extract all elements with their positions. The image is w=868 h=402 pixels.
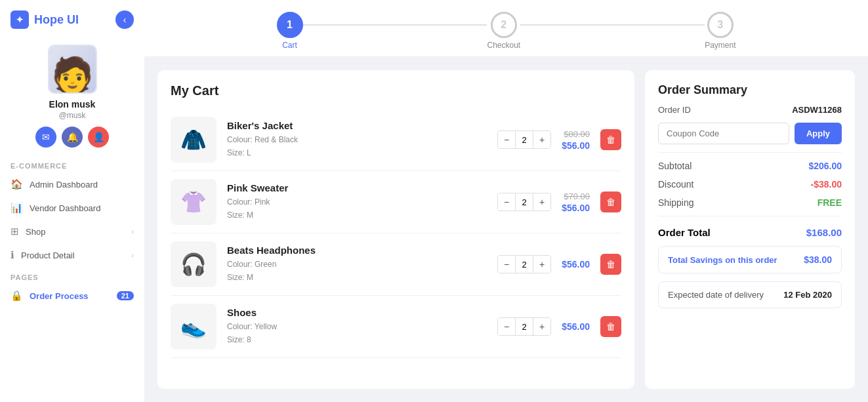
profile-button[interactable]: 👤 [88, 127, 109, 148]
delete-button-bikers-jacket[interactable]: 🗑 [600, 129, 621, 150]
item-meta: Colour: GreenSize: M [227, 258, 487, 283]
cart-title: My Cart [171, 83, 621, 98]
avatar: 🧑 [48, 45, 97, 94]
qty-increase-button[interactable]: + [533, 318, 550, 335]
order-total-label: Order Total [658, 227, 711, 238]
cart-item-beats-headphones: 🎧 Beats Headphones Colour: GreenSize: M … [171, 233, 621, 296]
qty-decrease-button[interactable]: − [498, 193, 515, 211]
item-prices-beats-headphones: $56.00 [562, 259, 590, 270]
item-qty-shoes: − + [497, 317, 551, 336]
steps-container: 1 Cart 2 Checkout 3 Payment [277, 12, 736, 50]
item-qty-pink-sweater: − + [497, 193, 551, 211]
step-circle-checkout[interactable]: 2 [491, 12, 517, 38]
order-summary-title: Order Summary [658, 83, 842, 97]
item-image-bikers-jacket: 🧥 [171, 117, 217, 163]
qty-decrease-button[interactable]: − [498, 318, 515, 335]
qty-input[interactable] [515, 131, 533, 148]
item-info-shoes: Shoes Colour: YellowSize: 8 [227, 307, 487, 346]
divider-1 [658, 152, 842, 153]
notification-button[interactable]: 🔔 [62, 127, 83, 148]
order-total-row: Order Total $168.00 [658, 224, 842, 238]
item-qty-beats-headphones: − + [497, 255, 551, 273]
back-button[interactable]: ‹ [115, 10, 134, 29]
item-prices-pink-sweater: $70.00 $56.00 [562, 191, 590, 213]
cart-item-pink-sweater: 👚 Pink Sweater Colour: PinkSize: M − + $… [171, 171, 621, 233]
savings-box: Total Savings on this order $38.00 [658, 246, 842, 273]
step-payment: 3 Payment [705, 12, 735, 50]
app-title: Hope UI [34, 13, 79, 27]
step-circle-cart[interactable]: 1 [277, 12, 303, 38]
delete-button-beats-headphones[interactable]: 🗑 [600, 254, 621, 275]
shipping-value: FREE [817, 197, 842, 208]
sidebar-item-label: Shop [26, 227, 45, 237]
qty-increase-button[interactable]: + [533, 131, 550, 148]
discount-row: Discount -$38.00 [658, 179, 842, 190]
step-circle-payment[interactable]: 3 [707, 12, 734, 38]
item-meta: Colour: YellowSize: 8 [227, 321, 487, 346]
sidebar-item-label: Order Process [30, 291, 89, 301]
coupon-input[interactable] [658, 123, 789, 144]
item-qty-bikers-jacket: − + [497, 131, 551, 149]
item-image-shoes: 👟 [171, 304, 217, 350]
sidebar-item-label: Vendor Dashboard [30, 203, 100, 213]
order-id-row: Order ID ASDW11268 [658, 105, 842, 115]
sidebar-header: ✦ Hope UI ‹ [0, 10, 144, 37]
order-total-value: $168.00 [806, 227, 842, 238]
sidebar-item-label: Product Detail [21, 251, 75, 260]
pages-section-label: PAGES [0, 267, 144, 284]
sidebar-item-product-detail[interactable]: ℹ Product Detail › [0, 243, 144, 267]
item-image-beats-headphones: 🎧 [171, 241, 217, 287]
qty-input[interactable] [515, 256, 533, 273]
subtotal-label: Subtotal [658, 161, 692, 171]
delete-button-shoes[interactable]: 🗑 [600, 316, 621, 337]
qty-increase-button[interactable]: + [533, 193, 550, 211]
sidebar: ✦ Hope UI ‹ 🧑 Elon musk @musk ✉ 🔔 👤 E-CO… [0, 0, 144, 402]
user-actions: ✉ 🔔 👤 [35, 127, 109, 148]
item-prices-bikers-jacket: $80.00 $56.00 [562, 129, 590, 151]
cart-item-shoes: 👟 Shoes Colour: YellowSize: 8 − + $56.00… [171, 296, 621, 358]
user-name: Elon musk [49, 99, 96, 110]
step-line-2 [520, 24, 705, 26]
content-area: My Cart 🧥 Biker's Jacket Colour: Red & B… [144, 57, 868, 402]
avatar-image: 🧑 [49, 46, 96, 92]
step-label-checkout: Checkout [487, 41, 520, 50]
message-button[interactable]: ✉ [35, 127, 56, 148]
bar-chart-icon: 📊 [10, 202, 23, 214]
qty-input[interactable] [515, 193, 533, 211]
step-label-cart: Cart [282, 41, 297, 50]
original-price: $70.00 [564, 191, 590, 201]
sidebar-item-order-process[interactable]: 🔒 Order Process 21 [0, 284, 144, 308]
cart-panel: My Cart 🧥 Biker's Jacket Colour: Red & B… [157, 70, 634, 389]
item-name: Pink Sweater [227, 182, 487, 193]
price: $56.00 [562, 259, 590, 270]
original-price: $80.00 [564, 129, 590, 139]
delivery-value: 12 Feb 2020 [783, 290, 832, 300]
user-handle: @musk [59, 111, 86, 120]
qty-increase-button[interactable]: + [533, 256, 550, 273]
order-id-label: Order ID [658, 105, 691, 115]
item-name: Beats Headphones [227, 245, 487, 256]
sidebar-item-admin-dashboard[interactable]: 🏠 Admin Dashboard [0, 172, 144, 196]
qty-decrease-button[interactable]: − [498, 131, 515, 148]
subtotal-value: $206.00 [808, 161, 842, 171]
lock-icon: 🔒 [10, 290, 23, 302]
user-profile: 🧑 Elon musk @musk ✉ 🔔 👤 [0, 37, 144, 155]
logo-icon: ✦ [10, 10, 29, 29]
shipping-row: Shipping FREE [658, 197, 842, 208]
order-process-badge: 21 [117, 291, 134, 300]
delete-button-pink-sweater[interactable]: 🗑 [600, 191, 621, 212]
price: $56.00 [562, 321, 590, 332]
sidebar-item-vendor-dashboard[interactable]: 📊 Vendor Dashboard [0, 196, 144, 220]
sidebar-item-label: Admin Dashboard [30, 180, 98, 190]
qty-decrease-button[interactable]: − [498, 256, 515, 273]
item-info-pink-sweater: Pink Sweater Colour: PinkSize: M [227, 182, 487, 221]
subtotal-row: Subtotal $206.00 [658, 161, 842, 171]
qty-input[interactable] [515, 318, 533, 335]
discounted-price: $56.00 [562, 140, 590, 151]
discount-value: -$38.00 [811, 179, 842, 190]
step-line-1 [303, 24, 487, 26]
main-content: 1 Cart 2 Checkout 3 Payment My Cart 🧥 [144, 0, 868, 402]
sidebar-item-shop[interactable]: ⊞ Shop › [0, 220, 144, 243]
apply-button[interactable]: Apply [795, 123, 842, 144]
step-label-payment: Payment [705, 41, 735, 50]
